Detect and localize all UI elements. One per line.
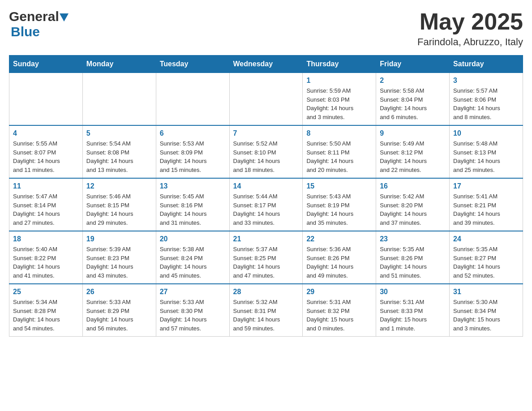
day-number: 15 <box>306 182 372 190</box>
day-number: 8 <box>306 129 372 137</box>
calendar-week-row: 1Sunrise: 5:59 AMSunset: 8:03 PMDaylight… <box>9 73 523 126</box>
table-row: 8Sunrise: 5:50 AMSunset: 8:11 PMDaylight… <box>303 125 376 178</box>
col-saturday: Saturday <box>450 56 523 73</box>
table-row: 19Sunrise: 5:39 AMSunset: 8:23 PMDayligh… <box>82 231 156 284</box>
day-number: 16 <box>380 182 446 190</box>
day-number: 30 <box>380 288 446 296</box>
day-info: Sunrise: 5:39 AMSunset: 8:23 PMDaylight:… <box>86 245 152 280</box>
day-info: Sunrise: 5:42 AMSunset: 8:20 PMDaylight:… <box>380 192 446 227</box>
day-number: 27 <box>160 288 226 296</box>
day-number: 17 <box>453 182 519 190</box>
day-number: 14 <box>233 182 299 190</box>
day-info: Sunrise: 5:43 AMSunset: 8:19 PMDaylight:… <box>306 192 372 227</box>
col-friday: Friday <box>376 56 450 73</box>
table-row: 24Sunrise: 5:35 AMSunset: 8:27 PMDayligh… <box>450 231 523 284</box>
col-thursday: Thursday <box>303 56 376 73</box>
table-row: 10Sunrise: 5:48 AMSunset: 8:13 PMDayligh… <box>450 125 523 178</box>
day-number: 19 <box>86 235 152 243</box>
table-row: 29Sunrise: 5:31 AMSunset: 8:32 PMDayligh… <box>303 284 376 337</box>
table-row: 7Sunrise: 5:52 AMSunset: 8:10 PMDaylight… <box>229 125 303 178</box>
calendar-title: May 2025 <box>417 9 523 34</box>
table-row: 13Sunrise: 5:45 AMSunset: 8:16 PMDayligh… <box>156 178 229 231</box>
day-info: Sunrise: 5:55 AMSunset: 8:07 PMDaylight:… <box>13 139 79 174</box>
day-info: Sunrise: 5:53 AMSunset: 8:09 PMDaylight:… <box>160 139 226 174</box>
day-number: 12 <box>86 182 152 190</box>
table-row <box>156 73 229 126</box>
col-tuesday: Tuesday <box>156 56 229 73</box>
calendar-table: Sunday Monday Tuesday Wednesday Thursday… <box>9 55 523 337</box>
day-info: Sunrise: 5:38 AMSunset: 8:24 PMDaylight:… <box>160 245 226 280</box>
table-row: 9Sunrise: 5:49 AMSunset: 8:12 PMDaylight… <box>376 125 450 178</box>
col-sunday: Sunday <box>9 56 83 73</box>
day-info: Sunrise: 5:58 AMSunset: 8:04 PMDaylight:… <box>380 86 446 121</box>
table-row: 22Sunrise: 5:36 AMSunset: 8:26 PMDayligh… <box>303 231 376 284</box>
table-row: 11Sunrise: 5:47 AMSunset: 8:14 PMDayligh… <box>9 178 83 231</box>
day-number: 4 <box>13 129 79 137</box>
calendar-header-row: Sunday Monday Tuesday Wednesday Thursday… <box>9 56 523 73</box>
day-number: 24 <box>453 235 519 243</box>
day-number: 18 <box>13 235 79 243</box>
day-info: Sunrise: 5:35 AMSunset: 8:26 PMDaylight:… <box>380 245 446 280</box>
day-number: 25 <box>13 288 79 296</box>
logo: General Blue <box>9 9 69 39</box>
day-number: 3 <box>453 77 519 85</box>
day-info: Sunrise: 5:54 AMSunset: 8:08 PMDaylight:… <box>86 139 152 174</box>
day-number: 6 <box>160 129 226 137</box>
day-number: 31 <box>453 288 519 296</box>
table-row: 20Sunrise: 5:38 AMSunset: 8:24 PMDayligh… <box>156 231 229 284</box>
logo-general-text: General <box>9 9 59 24</box>
table-row: 6Sunrise: 5:53 AMSunset: 8:09 PMDaylight… <box>156 125 229 178</box>
day-info: Sunrise: 5:50 AMSunset: 8:11 PMDaylight:… <box>306 139 372 174</box>
table-row: 25Sunrise: 5:34 AMSunset: 8:28 PMDayligh… <box>9 284 83 337</box>
col-monday: Monday <box>82 56 156 73</box>
day-number: 13 <box>160 182 226 190</box>
table-row: 5Sunrise: 5:54 AMSunset: 8:08 PMDaylight… <box>82 125 156 178</box>
table-row: 2Sunrise: 5:58 AMSunset: 8:04 PMDaylight… <box>376 73 450 126</box>
calendar-week-row: 18Sunrise: 5:40 AMSunset: 8:22 PMDayligh… <box>9 231 523 284</box>
day-info: Sunrise: 5:44 AMSunset: 8:17 PMDaylight:… <box>233 192 299 227</box>
day-number: 9 <box>380 129 446 137</box>
day-info: Sunrise: 5:37 AMSunset: 8:25 PMDaylight:… <box>233 245 299 280</box>
table-row: 21Sunrise: 5:37 AMSunset: 8:25 PMDayligh… <box>229 231 303 284</box>
day-info: Sunrise: 5:49 AMSunset: 8:12 PMDaylight:… <box>380 139 446 174</box>
day-info: Sunrise: 5:33 AMSunset: 8:29 PMDaylight:… <box>86 298 152 333</box>
svg-marker-0 <box>60 13 69 21</box>
day-number: 5 <box>86 129 152 137</box>
day-number: 26 <box>86 288 152 296</box>
day-info: Sunrise: 5:32 AMSunset: 8:31 PMDaylight:… <box>233 298 299 333</box>
day-info: Sunrise: 5:33 AMSunset: 8:30 PMDaylight:… <box>160 298 226 333</box>
day-number: 10 <box>453 129 519 137</box>
calendar-week-row: 11Sunrise: 5:47 AMSunset: 8:14 PMDayligh… <box>9 178 523 231</box>
title-block: May 2025 Farindola, Abruzzo, Italy <box>417 9 523 48</box>
day-info: Sunrise: 5:57 AMSunset: 8:06 PMDaylight:… <box>453 86 519 121</box>
logo-triangle-icon <box>60 13 69 21</box>
table-row: 27Sunrise: 5:33 AMSunset: 8:30 PMDayligh… <box>156 284 229 337</box>
logo-blue-text: Blue <box>11 24 40 39</box>
table-row: 30Sunrise: 5:31 AMSunset: 8:33 PMDayligh… <box>376 284 450 337</box>
day-info: Sunrise: 5:30 AMSunset: 8:34 PMDaylight:… <box>453 298 519 333</box>
day-info: Sunrise: 5:46 AMSunset: 8:15 PMDaylight:… <box>86 192 152 227</box>
table-row: 12Sunrise: 5:46 AMSunset: 8:15 PMDayligh… <box>82 178 156 231</box>
calendar-subtitle: Farindola, Abruzzo, Italy <box>417 36 523 48</box>
table-row: 17Sunrise: 5:41 AMSunset: 8:21 PMDayligh… <box>450 178 523 231</box>
table-row: 26Sunrise: 5:33 AMSunset: 8:29 PMDayligh… <box>82 284 156 337</box>
day-info: Sunrise: 5:45 AMSunset: 8:16 PMDaylight:… <box>160 192 226 227</box>
page-header: General Blue May 2025 Farindola, Abruzzo… <box>9 9 523 48</box>
day-info: Sunrise: 5:36 AMSunset: 8:26 PMDaylight:… <box>306 245 372 280</box>
calendar-week-row: 25Sunrise: 5:34 AMSunset: 8:28 PMDayligh… <box>9 284 523 337</box>
day-number: 21 <box>233 235 299 243</box>
table-row: 1Sunrise: 5:59 AMSunset: 8:03 PMDaylight… <box>303 73 376 126</box>
day-number: 7 <box>233 129 299 137</box>
table-row: 3Sunrise: 5:57 AMSunset: 8:06 PMDaylight… <box>450 73 523 126</box>
day-info: Sunrise: 5:52 AMSunset: 8:10 PMDaylight:… <box>233 139 299 174</box>
day-number: 1 <box>306 77 372 85</box>
day-number: 28 <box>233 288 299 296</box>
day-info: Sunrise: 5:31 AMSunset: 8:32 PMDaylight:… <box>306 298 372 333</box>
day-number: 11 <box>13 182 79 190</box>
table-row <box>229 73 303 126</box>
table-row: 4Sunrise: 5:55 AMSunset: 8:07 PMDaylight… <box>9 125 83 178</box>
day-info: Sunrise: 5:31 AMSunset: 8:33 PMDaylight:… <box>380 298 446 333</box>
table-row <box>9 73 83 126</box>
table-row: 14Sunrise: 5:44 AMSunset: 8:17 PMDayligh… <box>229 178 303 231</box>
table-row: 18Sunrise: 5:40 AMSunset: 8:22 PMDayligh… <box>9 231 83 284</box>
